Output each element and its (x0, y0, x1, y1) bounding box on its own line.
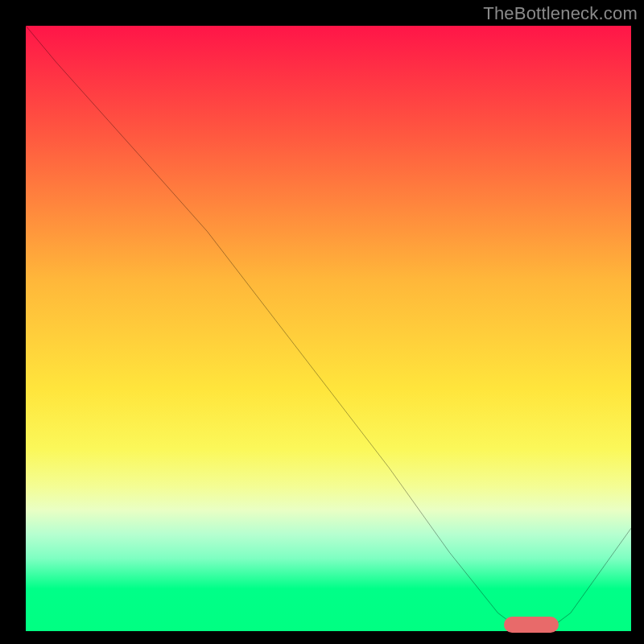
bottleneck-curve (26, 26, 631, 631)
attribution-text: TheBottleneck.com (483, 3, 638, 24)
optimal-marker (504, 617, 559, 633)
chart-container: TheBottleneck.com (0, 0, 644, 644)
